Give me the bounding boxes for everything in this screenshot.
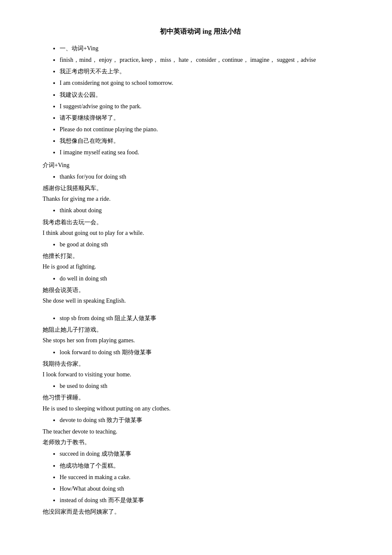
section1-chinese-2: 我建议去公园。 [60,90,358,100]
section1-chinese-3: 请不要继续弹钢琴了。 [60,113,358,123]
blank-spacer [43,306,358,312]
section3-phrase-1: stop sb from doing sth 阻止某人做某事 [60,313,358,324]
section2-phrase-4: do well in doing sth [60,273,358,284]
section3-english-3: He is used to sleeping without putting o… [43,403,358,414]
section4-chinese-end: 他没回家而是去他阿姨家了。 [43,506,358,517]
section2-sub3-list: be good at doing sth [43,239,358,250]
section3-english-2: I look forward to visiting your home. [43,369,358,380]
section2-english-1: Thanks for giving me a ride. [43,194,358,204]
section1-chinese-4: 我想像自己在吃海鲜。 [60,136,358,146]
section4-item-5: instead of doing sth 而不是做某事 [60,495,358,506]
section3-sub1-list: stop sb from doing sth 阻止某人做某事 [43,313,358,324]
section2-sub1-list: thanks for/you for doing sth [43,171,358,182]
section3-chinese-3: 他习惯于裸睡。 [43,392,358,403]
page-title: 初中英语动词 ing 用法小结 [43,26,358,38]
section2-sub4-list: do well in doing sth [43,273,358,284]
section2-english-4: She dose well in speaking English. [43,295,358,306]
section3-phrase-4: devote to doing sth 致力于做某事 [60,415,358,425]
section4-item-2: 他成功地做了个蛋糕。 [60,460,358,471]
section1-english-3: Please do not continue playing the piano… [60,124,358,135]
section1-heading-item: 一、动词+Ving [60,43,358,54]
section4-item-4: How/What about doing sth [60,483,358,494]
section3-phrase-3: be used to doing sth [60,381,358,391]
section2-chinese-3: 他擅长打架。 [43,251,358,261]
section3-english-1: She stops her son from playing games. [43,335,358,346]
section1-english-4: I imagine myself eating sea food. [60,147,358,158]
section4-list: succeed in doing 成功做某事 他成功地做了个蛋糕。 He suc… [43,448,358,506]
section2-english-3: He is good at fighting. [43,261,358,272]
section3-chinese-2: 我期待去你家。 [43,358,358,369]
section4-item-1: succeed in doing 成功做某事 [60,448,358,459]
section2-english-2: I think about going out to play for a wh… [43,228,358,238]
section1-verbs-item: finish，mind， enjoy， practice, keep， miss… [60,55,358,65]
section3-phrase-2: look forward to doing sth 期待做某事 [60,347,358,358]
section1-chinese-1: 我正考虑明天不去上学。 [60,66,358,77]
section2-chinese-4: 她很会说英语。 [43,285,358,295]
section1-list: 一、动词+Ving finish，mind， enjoy， practice, … [43,43,358,158]
section4-item-3: He succeed in making a cake. [60,472,358,483]
section3-sub4-list: devote to doing sth 致力于做某事 [43,415,358,425]
section2-chinese-1: 感谢你让我搭顺风车。 [43,183,358,194]
section3-chinese-1: 她阻止她儿子打游戏。 [43,324,358,335]
section3-sub2-list: look forward to doing sth 期待做某事 [43,347,358,358]
section3-chinese-4: 老师致力于教书。 [43,437,358,448]
section2-sub2-list: think about doing [43,205,358,216]
section3-sub3-list: be used to doing sth [43,381,358,391]
section3-english-first: The teacher devote to teaching. [43,426,358,437]
section1-english-2: I suggest/advise going to the park. [60,101,358,112]
section2-chinese-2: 我考虑着出去玩一会。 [43,217,358,228]
section2-phrase-2: think about doing [60,205,358,216]
section2-heading: 介词+Ving [43,160,358,171]
section1-english-1: I am considering not going to school tom… [60,78,358,88]
section2-phrase-3: be good at doing sth [60,239,358,250]
section2-phrase-1: thanks for/you for doing sth [60,171,358,182]
